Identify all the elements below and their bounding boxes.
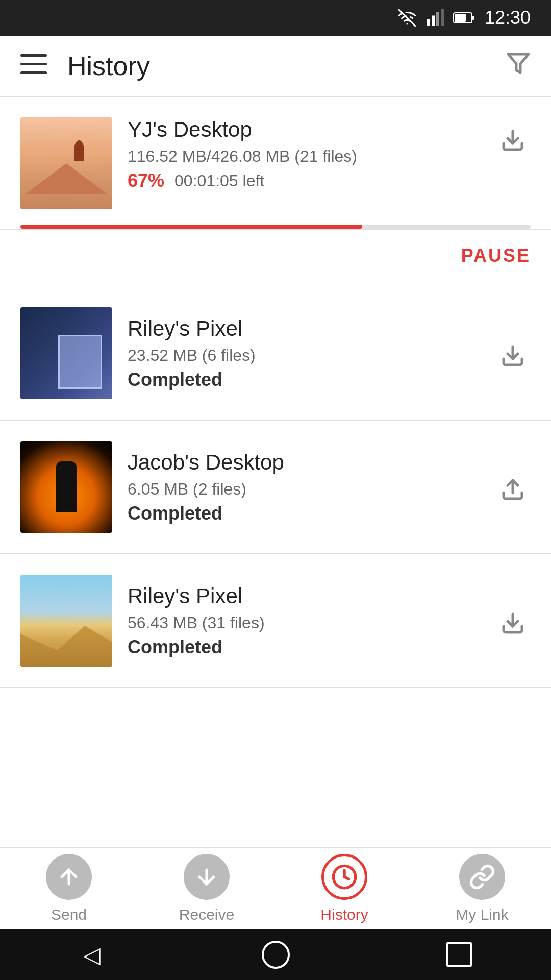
svg-marker-10 — [508, 54, 529, 72]
progress-bar-yj — [20, 225, 531, 229]
status-bar: 12:30 — [0, 0, 551, 36]
transfer-size-yj: 116.52 MB/426.08 MB (21 files) — [128, 147, 480, 166]
transfer-status-jacob: Completed — [128, 503, 480, 524]
pause-row: PAUSE — [0, 230, 551, 287]
download-button-riley2[interactable] — [495, 605, 531, 641]
nav-label-history: History — [320, 906, 368, 923]
svg-rect-9 — [20, 71, 47, 74]
recents-button[interactable] — [441, 937, 477, 972]
transfer-thumbnail-jacob — [20, 441, 112, 533]
transfer-info-riley1: Riley's Pixel 23.52 MB (6 files) Complet… — [128, 316, 480, 390]
menu-button[interactable] — [20, 53, 47, 79]
list-item: Jacob's Desktop 6.05 MB (2 files) Comple… — [0, 421, 551, 554]
transfer-info-yj: YJ's Desktop 116.52 MB/426.08 MB (21 fil… — [128, 117, 480, 191]
download-button-yj[interactable] — [495, 122, 531, 158]
receive-icon-circle — [184, 854, 230, 900]
transfer-size-jacob: 6.05 MB (2 files) — [128, 480, 480, 499]
transfer-time-yj: 00:01:05 left — [174, 172, 264, 190]
svg-rect-6 — [455, 14, 466, 22]
svg-rect-5 — [472, 16, 474, 20]
svg-rect-3 — [441, 9, 444, 26]
nav-label-receive: Receive — [179, 906, 234, 923]
svg-rect-7 — [20, 54, 47, 57]
send-icon-circle — [46, 854, 92, 900]
transfer-status-riley1: Completed — [128, 369, 480, 390]
transfer-info-riley2: Riley's Pixel 56.43 MB (31 files) Comple… — [128, 584, 480, 658]
nav-item-history[interactable]: History — [276, 854, 413, 923]
transfer-size-riley1: 23.52 MB (6 files) — [128, 346, 480, 365]
mylink-icon-circle — [459, 854, 505, 900]
nav-item-send[interactable]: Send — [0, 854, 138, 923]
status-time: 12:30 — [485, 7, 531, 29]
list-item: Riley's Pixel 23.52 MB (6 files) Complet… — [0, 287, 551, 421]
transfer-name-jacob: Jacob's Desktop — [128, 450, 480, 475]
battery-icon — [453, 11, 475, 25]
list-item: Riley's Pixel 56.43 MB (31 files) Comple… — [0, 554, 551, 688]
transfer-name-riley1: Riley's Pixel — [128, 316, 480, 341]
signal-icon — [425, 9, 444, 27]
android-nav-bar: ◁ — [0, 929, 551, 980]
history-icon-circle — [321, 854, 367, 900]
bottom-nav: Send Receive History My Link — [0, 847, 551, 929]
transfer-name-riley2: Riley's Pixel — [128, 584, 480, 608]
transfer-thumbnail-riley2 — [20, 575, 112, 667]
app-bar: History — [0, 36, 551, 97]
transfer-status-riley2: Completed — [128, 636, 480, 658]
transfer-name-yj: YJ's Desktop — [128, 117, 480, 142]
pause-button[interactable]: PAUSE — [461, 240, 531, 272]
transfer-size-riley2: 56.43 MB (31 files) — [128, 614, 480, 632]
transfer-thumbnail-riley1 — [20, 307, 112, 399]
back-button[interactable]: ◁ — [74, 937, 110, 972]
upload-button-jacob[interactable] — [495, 472, 531, 507]
nav-label-mylink: My Link — [456, 906, 508, 923]
progress-fill-yj — [20, 225, 362, 229]
transfer-thumbnail-yj — [20, 117, 112, 209]
svg-rect-8 — [20, 63, 47, 65]
svg-rect-2 — [436, 12, 439, 26]
nav-label-send: Send — [51, 906, 87, 923]
home-button[interactable] — [258, 937, 293, 972]
transfer-list: YJ's Desktop 116.52 MB/426.08 MB (21 fil… — [0, 97, 551, 688]
svg-rect-0 — [427, 19, 430, 26]
transfer-percent-yj: 67% — [128, 170, 164, 191]
download-button-riley1[interactable] — [495, 338, 531, 374]
transfer-info-jacob: Jacob's Desktop 6.05 MB (2 files) Comple… — [128, 450, 480, 524]
svg-rect-1 — [432, 16, 435, 26]
page-title: History — [67, 51, 506, 81]
status-icons: 12:30 — [398, 7, 531, 29]
active-transfer-item: YJ's Desktop 116.52 MB/426.08 MB (21 fil… — [0, 97, 551, 230]
wifi-icon — [398, 9, 416, 27]
nav-item-receive[interactable]: Receive — [138, 854, 276, 923]
nav-item-mylink[interactable]: My Link — [413, 854, 551, 923]
filter-button[interactable] — [506, 51, 531, 81]
